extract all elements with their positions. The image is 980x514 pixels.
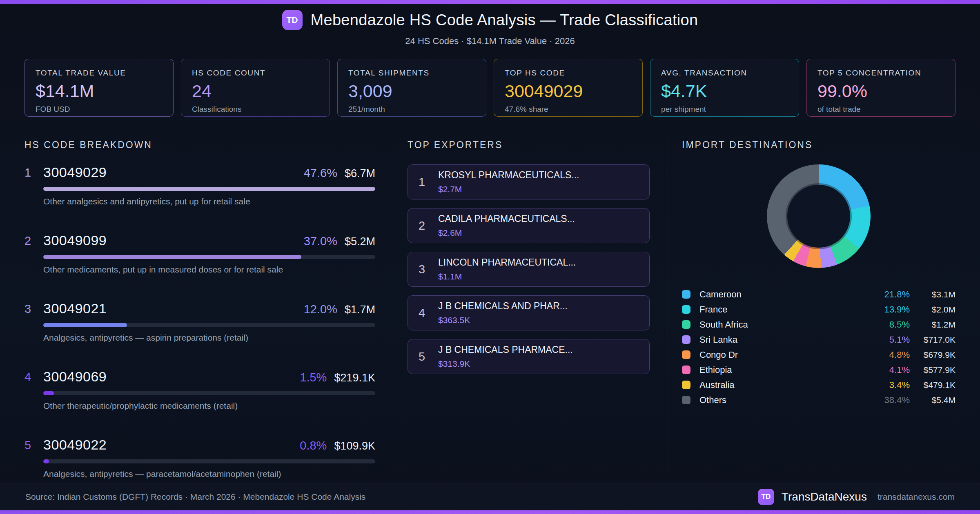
brand-name: TransDataNexus [782,490,867,503]
rank-number: 4 [24,369,43,411]
stat-sublabel: Classifications [192,105,319,114]
hs-breakdown-row: 4 30049069 1.5% $219.1K Other therapeuti… [24,369,375,411]
legend-row: Others 38.4% $5.4M [682,392,956,408]
stat-value: $4.7K [661,81,788,101]
legend-percent: 8.5% [889,319,910,330]
legend-country: Congo Dr [699,350,889,360]
progress-fill [43,255,301,259]
stat-sublabel: 251/month [348,105,475,114]
page-title: Mebendazole HS Code Analysis — Trade Cla… [311,11,698,29]
section-heading-breakdown: HS CODE BREAKDOWN [24,140,375,151]
legend-percent: 13.9% [884,304,910,315]
legend-value: $3.1M [910,290,956,299]
share-percent: 0.8% [300,439,327,452]
legend-row: France 13.9% $2.0M [682,302,956,317]
legend-country: Others [699,395,884,405]
legend-percent: 5.1% [889,335,910,345]
legend-swatch [682,290,690,299]
rank-number: 3 [419,263,438,276]
legend-value: $1.2M [910,320,956,330]
legend-row: South Africa 8.5% $1.2M [682,317,956,332]
legend-row: Congo Dr 4.8% $679.9K [682,347,956,362]
stat-card-top-hs-code: TOP HS CODE 30049029 47.6% share [494,59,643,117]
trade-value: $6.7M [345,167,375,180]
legend-percent: 3.4% [889,380,910,390]
rank-number: 2 [24,233,43,275]
destinations-legend: Cameroon 21.8% $3.1M France 13.9% $2.0M … [682,287,956,408]
progress-fill [43,391,54,395]
stat-label: AVG. TRANSACTION [661,69,788,78]
exporter-value: $2.6M [438,228,575,238]
hs-code: 30049022 [43,437,300,453]
rank-number: 1 [24,164,43,206]
hs-code: 30049099 [43,233,304,248]
donut-hole [787,185,850,248]
legend-swatch [682,305,690,314]
legend-value: $5.4M [910,395,956,405]
hs-code-breakdown-panel: HS CODE BREAKDOWN 1 30049029 47.6% $6.7M… [24,135,391,505]
legend-country: South Africa [699,319,889,330]
hs-code-description: Other analgesics and antipyretics, put u… [43,197,375,206]
legend-swatch [682,335,690,344]
section-heading-exporters: TOP EXPORTERS [408,140,650,151]
progress-track [43,255,375,259]
header: TD Mebendazole HS Code Analysis — Trade … [0,0,980,47]
progress-track [43,323,375,327]
hs-code-description: Analgesics, antipyretics — paracetamol/a… [43,469,375,479]
legend-percent: 4.1% [889,365,910,375]
stat-card-total-shipments: TOTAL SHIPMENTS 3,009 251/month [337,59,486,117]
exporter-card: 5 J B CHEMICALS PHARMACE... $313.9K [408,339,650,374]
stat-label: TOP 5 CONCENTRATION [817,69,944,78]
footer: Source: Indian Customs (DGFT) Records · … [0,483,980,510]
progress-track [43,459,375,463]
import-destinations-panel: IMPORT DESTINATIONS Cameroon 21.8% $3.1M… [668,135,956,408]
hs-code-description: Other therapeutic/prophylactic medicamen… [43,401,375,411]
exporter-value: $363.5K [438,315,568,325]
hs-breakdown-row: 3 30049021 12.0% $1.7M Analgesics, antip… [24,301,375,343]
legend-swatch [682,381,690,389]
exporter-name: KROSYL PHARMACEUTICALS... [438,170,579,181]
legend-percent: 4.8% [889,350,910,360]
exporter-value: $313.9K [438,359,573,369]
legend-value: $2.0M [910,305,956,315]
brand-logo-badge: TD [758,489,774,505]
progress-fill [43,323,127,327]
legend-country: Ethiopia [699,365,889,375]
stat-label: TOTAL SHIPMENTS [348,69,475,78]
stat-value: 30049029 [505,81,632,101]
share-percent: 12.0% [304,303,337,316]
legend-swatch [682,366,690,374]
rank-number: 2 [419,219,438,233]
stat-sublabel: FOB USD [36,105,163,114]
kpi-row: TOTAL TRADE VALUE $14.1M FOB USD HS CODE… [24,59,956,117]
legend-swatch [682,396,690,404]
bottom-accent-bar [0,510,980,514]
destinations-donut-chart [767,164,871,268]
stat-label: HS CODE COUNT [192,69,319,78]
section-heading-destinations: IMPORT DESTINATIONS [682,140,956,151]
legend-swatch [682,350,690,359]
progress-fill [43,459,49,463]
exporter-card: 4 J B CHEMICALS AND PHAR... $363.5K [408,295,650,330]
top-exporters-panel: TOP EXPORTERS 1 KROSYL PHARMACEUTICALS..… [391,135,668,468]
hs-code-description: Other medicaments, put up in measured do… [43,265,375,275]
stat-card-avg-transaction: AVG. TRANSACTION $4.7K per shipment [650,59,799,117]
legend-row: Cameroon 21.8% $3.1M [682,287,956,302]
legend-row: Sri Lanka 5.1% $717.0K [682,332,956,347]
stat-value: 99.0% [817,81,944,101]
hs-breakdown-row: 2 30049099 37.0% $5.2M Other medicaments… [24,233,375,275]
legend-value: $479.1K [910,380,956,390]
exporter-card: 3 LINCOLN PHARMACEUTICAL... $1.1M [408,252,650,287]
stat-card-total-trade-value: TOTAL TRADE VALUE $14.1M FOB USD [24,59,174,117]
legend-percent: 38.4% [884,395,910,405]
trade-value: $5.2M [345,235,375,248]
rank-number: 5 [419,350,438,363]
exporter-card: 2 CADILA PHARMACEUTICALS... $2.6M [408,208,650,243]
legend-country: Cameroon [699,289,884,300]
hs-code: 30049021 [43,301,304,317]
progress-track [43,187,375,191]
legend-country: Australia [699,380,889,390]
source-note: Source: Indian Customs (DGFT) Records · … [25,492,365,502]
share-percent: 37.0% [304,235,337,248]
progress-fill [43,187,375,191]
